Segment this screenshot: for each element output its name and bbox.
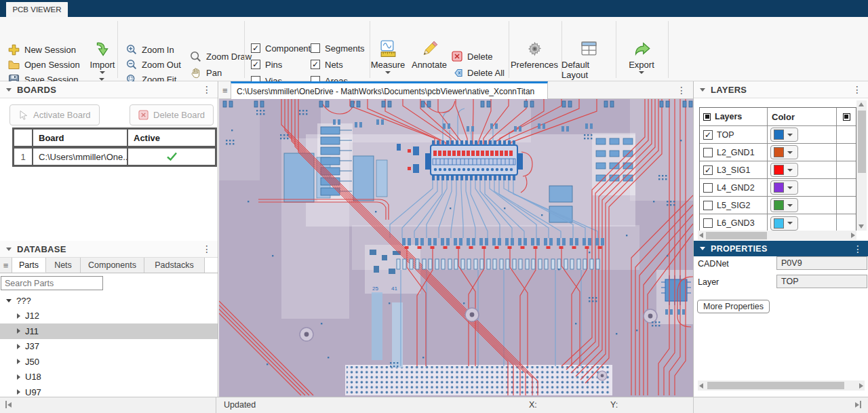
scroll-down-icon[interactable]	[859, 224, 864, 229]
layers-menu-icon[interactable]: ⋮	[852, 85, 862, 94]
collapse-left-panel-icon[interactable]	[5, 401, 12, 408]
layer-color-button[interactable]	[770, 216, 798, 231]
import-button[interactable]: Import	[85, 41, 119, 74]
delete-button[interactable]: Delete	[452, 50, 493, 62]
search-input[interactable]	[1, 276, 103, 290]
layer-color-button[interactable]	[770, 127, 798, 142]
nets-checkbox[interactable]	[311, 60, 320, 69]
tree-collapse-icon[interactable]	[17, 313, 20, 319]
scrollbar-thumb[interactable]	[858, 111, 866, 173]
tree-collapse-icon[interactable]	[17, 374, 20, 380]
layer-visible-checkbox[interactable]	[703, 201, 713, 210]
annotate-button[interactable]: Annotate	[410, 39, 449, 70]
checkbox-components[interactable]: Components	[251, 42, 315, 54]
tree-expand-icon[interactable]	[6, 299, 12, 302]
scroll-right-icon[interactable]	[851, 233, 855, 238]
zoom-in-button[interactable]: Zoom In	[126, 43, 174, 56]
default-layout-button[interactable]: Default Layout	[561, 39, 616, 80]
scroll-left-icon[interactable]	[699, 233, 703, 238]
layer-visible-checkbox[interactable]	[703, 218, 713, 228]
layers-hscrollbar[interactable]	[698, 231, 856, 240]
collapse-right-panel-icon[interactable]	[855, 401, 861, 408]
boards-menu-icon[interactable]: ⋮	[202, 85, 212, 94]
open-session-button[interactable]: Open Session	[8, 58, 80, 71]
scroll-left-icon[interactable]	[699, 383, 703, 389]
tree-collapse-icon[interactable]	[17, 328, 20, 334]
tree-item-j50[interactable]: J50	[0, 354, 218, 370]
database-menu-icon[interactable]: ⋮	[202, 244, 212, 254]
tab-padstacks[interactable]: Padstacks	[144, 258, 205, 273]
tab-components[interactable]: Components	[81, 258, 144, 273]
measure-button[interactable]: Measure	[369, 39, 407, 74]
checkbox-segments[interactable]: Segments	[311, 42, 365, 54]
layer-row-l2-gnd1[interactable]: L2_GND1	[700, 144, 856, 161]
delete-all-button[interactable]: Delete All	[452, 66, 505, 79]
scrollbar-thumb[interactable]	[707, 382, 844, 389]
preferences-button[interactable]: Preferences	[511, 39, 557, 70]
layer-row-l5-sig2[interactable]: L5_SIG2	[700, 197, 856, 214]
new-session-button[interactable]: New Session	[8, 43, 76, 56]
table-row[interactable]: 1 C:\Users\mmiller\One...	[13, 147, 216, 166]
layer-color-button[interactable]	[770, 198, 798, 212]
pins-checkbox[interactable]	[251, 60, 260, 69]
more-properties-button[interactable]: More Properties	[697, 300, 770, 313]
tree-item-j12[interactable]: J12	[0, 309, 218, 324]
pan-button[interactable]: Pan	[190, 66, 222, 79]
column-header-icon[interactable]	[843, 113, 850, 121]
scroll-right-icon[interactable]	[859, 383, 863, 389]
properties-panel-header[interactable]: PROPERTIES ⋮	[694, 241, 868, 256]
database-tab-menu-icon[interactable]: ≡	[0, 258, 12, 273]
layer-visible-checkbox[interactable]	[703, 165, 713, 175]
layer-row-l4-gnd2[interactable]: L4_GND2	[700, 179, 856, 197]
tree-collapse-icon[interactable]	[17, 359, 20, 364]
tree-collapse-icon[interactable]	[17, 344, 20, 349]
panel-hscrollbar[interactable]	[698, 380, 865, 391]
scroll-up-icon[interactable]	[859, 102, 864, 106]
segments-checkbox[interactable]	[311, 43, 320, 53]
collapse-boards-icon[interactable]	[6, 88, 12, 92]
boards-panel-header[interactable]: BOARDS ⋮	[0, 81, 218, 98]
scrollbar-thumb[interactable]	[706, 232, 767, 239]
checkbox-pins[interactable]: Pins	[251, 58, 282, 71]
document-menu-icon[interactable]: ⋮	[677, 85, 686, 96]
layer-visible-checkbox[interactable]	[703, 148, 713, 157]
document-tab-menu-icon[interactable]: ≡	[222, 85, 228, 96]
layer-visible-checkbox[interactable]	[703, 183, 713, 193]
layer-row-top[interactable]: TOP	[700, 126, 856, 144]
tree-root[interactable]: ???	[0, 293, 218, 309]
status-bar: Updated X: Y:	[0, 397, 868, 413]
activate-board-button[interactable]: Activate Board	[9, 104, 100, 125]
tree-collapse-icon[interactable]	[17, 389, 20, 395]
tree-item-j11[interactable]: J11	[0, 323, 218, 339]
layer-field[interactable]: TOP	[776, 275, 867, 288]
collapse-database-icon[interactable]	[6, 248, 12, 251]
zoom-out-button[interactable]: Zoom Out	[126, 58, 181, 71]
delete-board-button[interactable]: Delete Board	[130, 104, 214, 125]
pcb-canvas[interactable]: 25 41	[219, 99, 693, 397]
layers-vscrollbar[interactable]	[856, 100, 867, 231]
tree-item-u18[interactable]: U18	[0, 370, 218, 385]
properties-menu-icon[interactable]: ⋮	[853, 244, 863, 254]
layer-visible-checkbox[interactable]	[703, 130, 713, 140]
document-tab[interactable]: C:\Users\mmiller\OneDrive - MathWorks\Do…	[231, 81, 548, 99]
layer-color-button[interactable]	[770, 180, 798, 195]
layers-panel-header[interactable]: LAYERS ⋮	[694, 81, 868, 98]
tab-parts[interactable]: Parts	[12, 258, 46, 273]
export-button[interactable]: Export	[621, 39, 662, 74]
tree-item-j37[interactable]: J37	[0, 339, 218, 355]
checkbox-nets[interactable]: Nets	[311, 58, 343, 71]
layer-row-l3-sig1[interactable]: L3_SIG1	[700, 161, 856, 179]
layer-row-l6-gnd3[interactable]: L6_GND3	[700, 214, 856, 232]
zoom-draw-button[interactable]: Zoom Draw	[190, 50, 252, 62]
cadnet-field[interactable]: P0V9	[776, 256, 867, 270]
layer-color-button[interactable]	[770, 145, 798, 159]
collapse-properties-icon[interactable]	[700, 247, 705, 250]
tab-nets[interactable]: Nets	[46, 258, 81, 273]
save-session-caret[interactable]	[99, 78, 104, 81]
layer-color-button[interactable]	[770, 163, 798, 177]
select-all-layers-icon[interactable]	[703, 113, 711, 121]
tab-pcb-viewer[interactable]: PCB VIEWER	[5, 1, 68, 17]
components-checkbox[interactable]	[251, 43, 260, 53]
database-panel-header[interactable]: DATABASE ⋮	[0, 241, 218, 258]
collapse-layers-icon[interactable]	[700, 88, 705, 92]
